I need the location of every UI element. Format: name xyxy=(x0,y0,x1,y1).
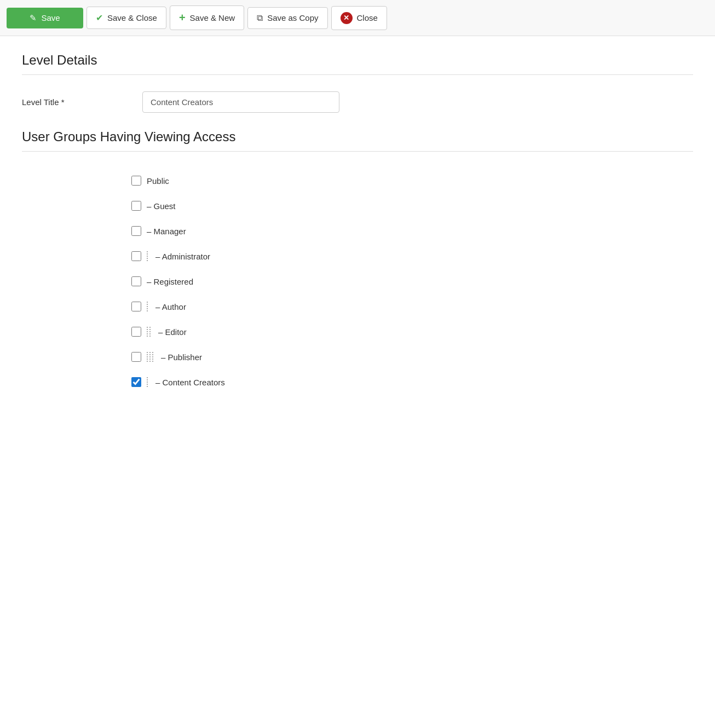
save-new-button[interactable]: + Save & New xyxy=(170,5,244,30)
close-button[interactable]: ✕ Close xyxy=(331,6,387,30)
checkbox-guest[interactable] xyxy=(131,201,141,211)
list-item: – Administrator xyxy=(22,244,693,269)
list-item: – Editor xyxy=(22,319,693,344)
dot-line xyxy=(147,302,148,311)
label-publisher: – Publisher xyxy=(161,353,202,362)
indent-dots xyxy=(147,302,148,311)
copy-icon: ⧉ xyxy=(257,13,263,23)
label-registered: – Registered xyxy=(147,277,193,286)
close-icon: ✕ xyxy=(341,12,353,24)
list-item: – Registered xyxy=(22,269,693,294)
list-item: Public xyxy=(22,168,693,193)
save-button[interactable]: ✎ Save xyxy=(7,8,83,28)
toolbar: ✎ Save ✔ Save & Close + Save & New ⧉ Sav… xyxy=(0,0,715,36)
label-administrator: – Administrator xyxy=(155,252,210,261)
level-details-title: Level Details xyxy=(22,53,693,68)
indent-dots xyxy=(147,377,148,387)
user-groups-title: User Groups Having Viewing Access xyxy=(22,129,693,145)
checkbox-public[interactable] xyxy=(131,176,141,186)
checkbox-editor[interactable] xyxy=(131,327,141,337)
label-manager: – Manager xyxy=(147,227,186,236)
check-icon: ✔ xyxy=(96,13,103,23)
indent-dots xyxy=(147,327,151,337)
dot-line xyxy=(147,352,148,362)
label-guest: – Guest xyxy=(147,201,176,211)
list-item: – Publisher xyxy=(22,344,693,369)
save-new-label: Save & New xyxy=(190,13,235,22)
checkbox-administrator[interactable] xyxy=(131,251,141,261)
label-content-creators: – Content Creators xyxy=(155,378,225,387)
list-item: – Guest xyxy=(22,193,693,218)
user-groups-list: Public – Guest – Manager xyxy=(22,168,693,395)
label-editor: – Editor xyxy=(158,327,187,337)
edit-icon: ✎ xyxy=(30,13,37,23)
checkbox-author[interactable] xyxy=(131,302,141,311)
divider-1 xyxy=(22,74,693,75)
dot-line xyxy=(149,327,151,337)
save-close-label: Save & Close xyxy=(107,13,157,22)
indent-dots xyxy=(147,352,153,362)
user-groups-section: User Groups Having Viewing Access Public… xyxy=(22,129,693,395)
checkbox-manager[interactable] xyxy=(131,226,141,236)
checkbox-publisher[interactable] xyxy=(131,352,141,362)
list-item: – Author xyxy=(22,294,693,319)
close-label: Close xyxy=(357,13,378,22)
app-container: ✎ Save ✔ Save & Close + Save & New ⧉ Sav… xyxy=(0,0,715,728)
save-label: Save xyxy=(41,13,60,22)
checkbox-registered[interactable] xyxy=(131,276,141,286)
save-copy-label: Save as Copy xyxy=(267,13,318,22)
list-item: – Content Creators xyxy=(22,369,693,395)
main-content: Level Details Level Title * User Groups … xyxy=(0,36,715,728)
label-author: – Author xyxy=(155,302,186,311)
dot-line xyxy=(152,352,153,362)
dot-line xyxy=(149,352,151,362)
level-title-label: Level Title * xyxy=(22,97,142,107)
plus-icon: + xyxy=(179,11,186,24)
checkbox-content-creators[interactable] xyxy=(131,377,141,387)
dot-line xyxy=(147,327,148,337)
divider-2 xyxy=(22,151,693,152)
save-copy-button[interactable]: ⧉ Save as Copy xyxy=(247,7,327,29)
label-public: Public xyxy=(147,176,169,186)
list-item: – Manager xyxy=(22,218,693,244)
level-title-row: Level Title * xyxy=(22,91,693,113)
dot-line xyxy=(147,377,148,387)
save-close-button[interactable]: ✔ Save & Close xyxy=(87,7,166,29)
level-title-input[interactable] xyxy=(142,91,339,113)
dot-line xyxy=(147,251,148,261)
indent-dots xyxy=(147,251,148,261)
